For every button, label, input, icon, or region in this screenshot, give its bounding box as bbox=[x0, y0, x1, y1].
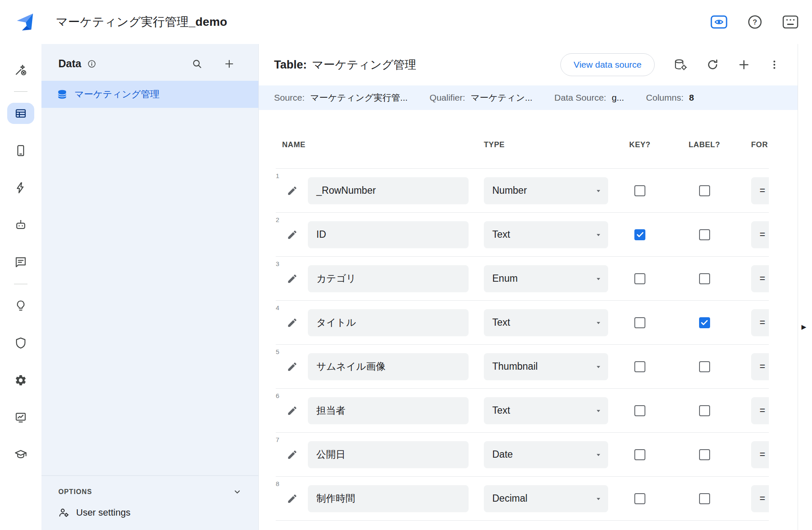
column-type-select[interactable]: Date bbox=[484, 441, 608, 468]
formula-field[interactable]: = bbox=[751, 177, 769, 204]
label-checkbox[interactable] bbox=[699, 229, 710, 240]
key-checkbox[interactable] bbox=[634, 361, 645, 372]
label-checkbox[interactable] bbox=[699, 361, 710, 372]
key-checkbox[interactable] bbox=[634, 449, 645, 460]
nav-copilot[interactable] bbox=[7, 59, 34, 80]
more-options-button[interactable] bbox=[769, 59, 780, 70]
edit-column-button[interactable] bbox=[287, 273, 298, 284]
formula-field[interactable]: = bbox=[751, 309, 769, 336]
column-name-field[interactable]: タイトル bbox=[308, 309, 469, 336]
column-name-field[interactable]: ID bbox=[308, 221, 469, 248]
dropdown-caret-icon bbox=[594, 318, 603, 327]
nav-app[interactable] bbox=[7, 140, 34, 161]
add-column-button[interactable] bbox=[738, 58, 750, 71]
add-table-button[interactable] bbox=[224, 58, 235, 69]
formula-field-value: = bbox=[760, 405, 765, 416]
edit-column-button[interactable] bbox=[287, 361, 298, 372]
key-checkbox[interactable] bbox=[634, 273, 645, 284]
column-name-field[interactable]: カテゴリ bbox=[308, 265, 469, 292]
formula-field[interactable]: = bbox=[751, 397, 769, 424]
nav-intelligence[interactable] bbox=[7, 295, 34, 316]
row-number: 1 bbox=[276, 172, 279, 179]
nav-settings[interactable] bbox=[7, 370, 34, 391]
key-checkbox[interactable] bbox=[634, 317, 645, 328]
plus-icon bbox=[738, 58, 750, 71]
data-source-settings-button[interactable] bbox=[673, 58, 688, 71]
column-type-select[interactable]: Text bbox=[484, 309, 608, 336]
key-checkbox[interactable] bbox=[634, 493, 645, 504]
nav-data[interactable] bbox=[7, 103, 34, 124]
expand-panel-arrow[interactable]: ▶ bbox=[801, 323, 807, 331]
column-type-select[interactable]: Text bbox=[484, 221, 608, 248]
column-type-select[interactable]: Decimal bbox=[484, 485, 608, 512]
check-icon bbox=[636, 230, 645, 239]
main-content: Table: マーケティング管理 View data source bbox=[259, 44, 798, 530]
formula-field[interactable]: = bbox=[751, 221, 769, 248]
column-name-field[interactable]: サムネイル画像 bbox=[308, 353, 469, 380]
column-name-field[interactable]: _RowNumber bbox=[308, 177, 469, 204]
type-cell: Enum bbox=[484, 265, 608, 292]
label-checkbox[interactable] bbox=[699, 493, 710, 504]
preview-app-button[interactable] bbox=[710, 15, 727, 29]
label-checkbox[interactable] bbox=[699, 273, 710, 284]
table-row: 5 サムネイル画像 Thumbnail bbox=[276, 345, 769, 389]
column-type-select[interactable]: Thumbnail bbox=[484, 353, 608, 380]
edit-column-button[interactable] bbox=[287, 185, 298, 196]
edit-column-button[interactable] bbox=[287, 405, 298, 416]
search-button[interactable] bbox=[192, 58, 203, 69]
nav-security[interactable] bbox=[7, 332, 34, 354]
edit-column-button[interactable] bbox=[287, 449, 298, 460]
edit-column-button[interactable] bbox=[287, 493, 298, 504]
edit-column-button[interactable] bbox=[287, 317, 298, 328]
lightning-bolt-icon bbox=[14, 181, 27, 194]
edit-cell: 4 bbox=[276, 301, 308, 344]
data-panel-header: Data bbox=[41, 44, 258, 81]
formula-field[interactable]: = bbox=[751, 353, 769, 380]
key-checkbox[interactable] bbox=[634, 229, 645, 240]
view-data-source-button[interactable]: View data source bbox=[560, 53, 655, 76]
key-checkbox[interactable] bbox=[634, 185, 645, 196]
nav-chat[interactable] bbox=[7, 252, 34, 273]
label-checkbox[interactable] bbox=[699, 405, 710, 416]
right-panel-collapsed: ▶ bbox=[798, 44, 812, 530]
formula-field[interactable]: = bbox=[751, 265, 769, 292]
key-checkbox[interactable] bbox=[634, 405, 645, 416]
help-icon: ? bbox=[748, 15, 762, 29]
column-type-select[interactable]: Enum bbox=[484, 265, 608, 292]
data-panel: Data bbox=[41, 44, 259, 530]
nav-learn[interactable] bbox=[7, 444, 34, 465]
name-cell: _RowNumber bbox=[308, 177, 469, 204]
column-type-select[interactable]: Text bbox=[484, 397, 608, 424]
options-toggle[interactable]: OPTIONS bbox=[41, 483, 258, 501]
column-name-field[interactable]: 公開日 bbox=[308, 441, 469, 468]
label-cell bbox=[672, 405, 737, 416]
edit-cell: 2 bbox=[276, 213, 308, 256]
label-checkbox[interactable] bbox=[699, 317, 710, 328]
formula-field[interactable]: = bbox=[751, 485, 769, 512]
column-type-value: Text bbox=[492, 229, 510, 240]
key-cell bbox=[608, 449, 672, 460]
qualifier-value: マーケティン... bbox=[471, 92, 532, 104]
name-cell: 公開日 bbox=[308, 441, 469, 468]
device-preview-button[interactable] bbox=[782, 15, 798, 29]
label-checkbox[interactable] bbox=[699, 449, 710, 460]
svg-text:?: ? bbox=[753, 18, 757, 26]
pencil-icon bbox=[287, 229, 298, 240]
nav-automation[interactable] bbox=[7, 177, 34, 198]
table-list-item[interactable]: マーケティング管理 bbox=[41, 81, 258, 108]
nav-bots[interactable] bbox=[7, 214, 34, 236]
user-settings[interactable]: User settings bbox=[41, 501, 258, 518]
info-icon[interactable] bbox=[87, 59, 96, 69]
nav-monitor[interactable] bbox=[7, 407, 34, 428]
column-name-field[interactable]: 担当者 bbox=[308, 397, 469, 424]
column-type-select[interactable]: Number bbox=[484, 177, 608, 204]
appsheet-logo-icon[interactable] bbox=[16, 13, 36, 31]
edit-column-button[interactable] bbox=[287, 229, 298, 240]
refresh-button[interactable] bbox=[706, 58, 719, 71]
help-button[interactable]: ? bbox=[748, 15, 762, 29]
table-list: マーケティング管理 bbox=[41, 81, 258, 475]
formula-field[interactable]: = bbox=[751, 441, 769, 468]
column-name-field[interactable]: 制作時間 bbox=[308, 485, 469, 512]
formula-cell: = bbox=[751, 397, 769, 424]
label-checkbox[interactable] bbox=[699, 185, 710, 196]
